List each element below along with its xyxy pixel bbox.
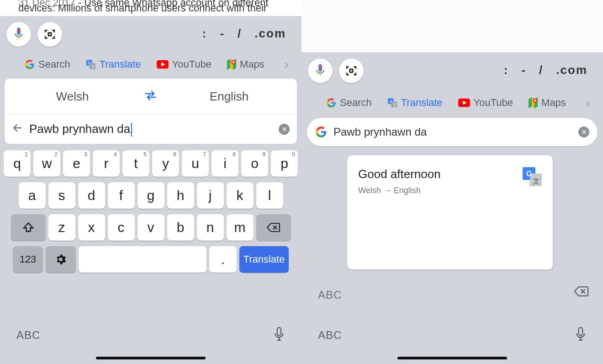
- sym-colon[interactable]: :: [196, 26, 214, 41]
- key-r[interactable]: r4: [93, 150, 120, 177]
- abc-label[interactable]: ABC: [16, 329, 40, 342]
- key-k[interactable]: k: [227, 182, 254, 209]
- key-f[interactable]: f: [108, 182, 135, 209]
- key-g[interactable]: g: [138, 182, 164, 209]
- svg-text:G: G: [389, 100, 392, 104]
- mic-outline-icon: [273, 327, 285, 342]
- backspace-key[interactable]: [256, 214, 291, 241]
- sym-dotcom[interactable]: .com: [248, 26, 292, 41]
- translation-result-card[interactable]: Good afternoon Welsh → English G文: [347, 155, 553, 269]
- key-j[interactable]: j: [197, 182, 224, 209]
- lang-from[interactable]: Welsh: [5, 90, 140, 104]
- backspace-icon: [267, 222, 280, 232]
- shortcut-search[interactable]: Search: [25, 58, 70, 70]
- svg-text:文: 文: [533, 177, 540, 185]
- space-key[interactable]: [79, 246, 206, 273]
- svg-text:文: 文: [393, 103, 397, 107]
- key-w[interactable]: w2: [33, 150, 60, 177]
- shortcut-translate[interactable]: G文 Translate: [387, 97, 443, 109]
- sym-dash[interactable]: -: [213, 26, 231, 41]
- svg-rect-17: [318, 67, 322, 69]
- key-e[interactable]: e3: [63, 150, 90, 177]
- sym-dotcom[interactable]: .com: [550, 63, 594, 77]
- key-s[interactable]: s: [48, 182, 75, 209]
- shortcut-bar: Search G文 Translate YouTube Maps ›: [302, 95, 603, 111]
- voice-input-button[interactable]: [308, 58, 333, 83]
- scan-button[interactable]: [37, 22, 62, 47]
- lang-to[interactable]: English: [161, 90, 297, 104]
- chevron-right-icon[interactable]: ›: [284, 57, 289, 72]
- backspace-icon: [574, 286, 589, 297]
- translate-icon: G文: [86, 59, 96, 69]
- google-g-icon: [25, 59, 35, 69]
- abc-label[interactable]: ABC: [318, 329, 342, 342]
- key-m[interactable]: m: [227, 214, 254, 241]
- home-indicator[interactable]: [397, 357, 507, 359]
- translate-input-text: Pawb prynhawn da: [29, 122, 130, 136]
- clear-input-button[interactable]: ✕: [279, 124, 290, 135]
- key-p[interactable]: p0: [271, 150, 298, 177]
- period-key[interactable]: .: [209, 246, 237, 273]
- key-n[interactable]: n: [197, 214, 224, 241]
- shortcut-youtube[interactable]: YouTube: [157, 58, 212, 70]
- svg-text:G: G: [88, 61, 90, 65]
- key-h[interactable]: h: [167, 182, 194, 209]
- home-indicator[interactable]: [96, 357, 206, 359]
- sym-slash[interactable]: /: [231, 26, 248, 41]
- svg-rect-12: [277, 327, 281, 335]
- key-row-2: a s d f g h j k l: [0, 182, 302, 209]
- key-x[interactable]: x: [78, 214, 105, 241]
- key-u[interactable]: u7: [182, 150, 209, 177]
- browser-result-snippet: 31 Dec 2017 - Use same Whatsapp account …: [0, 0, 302, 16]
- key-b[interactable]: b: [167, 214, 194, 241]
- translate-input[interactable]: Pawb prynhawn da: [29, 122, 272, 137]
- shift-key[interactable]: [11, 214, 46, 241]
- key-a[interactable]: a: [19, 182, 46, 209]
- key-v[interactable]: v: [138, 214, 164, 241]
- key-d[interactable]: d: [78, 182, 105, 209]
- svg-rect-2: [17, 30, 20, 33]
- swap-languages-button[interactable]: [140, 90, 161, 104]
- key-l[interactable]: l: [256, 182, 283, 209]
- shortcut-search[interactable]: Search: [326, 97, 372, 109]
- clear-search-button[interactable]: ✕: [578, 127, 589, 137]
- key-i[interactable]: i8: [212, 150, 238, 177]
- symbol-shortcuts: : - / .com: [497, 63, 594, 77]
- key-y[interactable]: y6: [152, 150, 179, 177]
- shortcut-translate-label: Translate: [401, 97, 443, 109]
- sym-slash[interactable]: /: [533, 63, 550, 77]
- language-row: Welsh English: [5, 79, 297, 114]
- backspace-button[interactable]: [574, 286, 589, 299]
- numbers-key[interactable]: 123: [13, 246, 43, 273]
- abc-toggle-top[interactable]: ABC: [318, 289, 342, 301]
- mic-icon: [14, 27, 24, 41]
- back-arrow-button[interactable]: [12, 122, 23, 137]
- dictation-button[interactable]: [575, 327, 587, 344]
- mic-icon: [315, 64, 325, 78]
- shortcut-translate[interactable]: G文 Translate: [86, 58, 141, 70]
- shortcut-maps[interactable]: Maps: [529, 97, 566, 109]
- translate-action-key[interactable]: Translate: [239, 246, 289, 273]
- search-bar[interactable]: Pawb prynhawn da ✕: [307, 118, 598, 146]
- shortcut-youtube[interactable]: YouTube: [458, 97, 513, 109]
- translation-langs: Welsh → English: [358, 186, 542, 195]
- scan-button[interactable]: [339, 58, 364, 83]
- key-q[interactable]: q1: [4, 150, 31, 177]
- symbol-shortcuts: : - / .com: [196, 26, 292, 41]
- scan-icon: [44, 28, 56, 40]
- key-z[interactable]: z: [48, 214, 75, 241]
- result-from-lang: Welsh: [358, 186, 381, 195]
- key-c[interactable]: c: [108, 214, 135, 241]
- translate-icon: G文: [387, 98, 397, 108]
- key-t[interactable]: t5: [122, 150, 149, 177]
- shortcut-youtube-label: YouTube: [474, 97, 513, 109]
- sym-dash[interactable]: -: [515, 63, 533, 77]
- chevron-right-icon[interactable]: ›: [586, 95, 590, 111]
- settings-key[interactable]: [46, 246, 76, 273]
- text-caret: [131, 123, 132, 137]
- key-o[interactable]: o9: [241, 150, 268, 177]
- dictation-button[interactable]: [273, 327, 285, 344]
- voice-input-button[interactable]: [6, 22, 31, 47]
- sym-colon[interactable]: :: [497, 63, 515, 77]
- shortcut-maps[interactable]: Maps: [227, 58, 264, 70]
